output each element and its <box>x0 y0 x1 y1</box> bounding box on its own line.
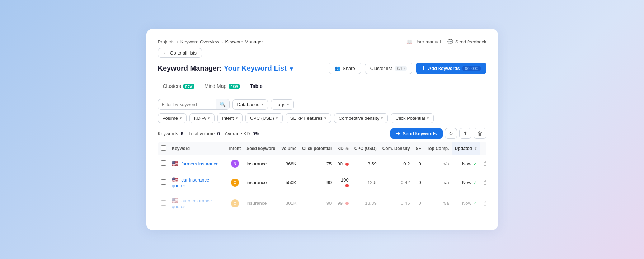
breadcrumb-manager: Keyword Manager <box>225 39 263 44</box>
row3-intent-badge: C <box>231 199 239 207</box>
th-volume: Volume <box>278 142 299 155</box>
share-icon: 👥 <box>335 66 340 71</box>
row1-topcomp: n/a <box>424 155 452 172</box>
send-keywords-button[interactable]: ➜ Send keywords <box>390 128 442 139</box>
intent-chip[interactable]: Intent ▾ <box>217 113 243 123</box>
add-keywords-button[interactable]: ⬇ Add keywords 6/2,000 <box>416 63 486 74</box>
search-input[interactable] <box>158 100 216 109</box>
row3-seed: insurance <box>244 193 278 214</box>
row2-cpc: 12.5 <box>352 172 380 193</box>
avg-kd-label: Average KD: <box>225 131 251 136</box>
th-topcomp: Top Comp. <box>424 142 452 155</box>
cluster-badge: 0/10 <box>395 66 407 71</box>
download-icon: ⬇ <box>422 66 426 71</box>
databases-chevron-icon: ▾ <box>261 102 263 107</box>
feedback-icon: 💬 <box>447 39 453 44</box>
user-manual-button[interactable]: 📖 User manual <box>406 39 441 44</box>
share-label: Share <box>343 66 355 71</box>
click-potential-chip[interactable]: Click Potential ▾ <box>391 113 433 123</box>
breadcrumb-overview[interactable]: Keyword Overview <box>180 39 219 44</box>
table-tab-label: Table <box>250 83 263 89</box>
row2-delete-icon[interactable]: 🗑 <box>483 180 486 185</box>
row3-cpc: 13.39 <box>352 193 380 214</box>
cpc-chip-chevron: ▾ <box>276 116 278 121</box>
mind-map-tab-label: Mind Map <box>205 83 226 89</box>
breadcrumb-projects[interactable]: Projects <box>158 39 175 44</box>
send-feedback-button[interactable]: 💬 Send feedback <box>447 39 486 44</box>
tags-filter-button[interactable]: Tags ▾ <box>271 99 294 110</box>
list-name[interactable]: Your Keyword List <box>224 64 287 72</box>
cpc-chip[interactable]: CPC (USD) ▾ <box>245 113 283 123</box>
table-header-row: Keyword Intent Seed keyword Volume Click… <box>158 142 486 155</box>
row2-checkbox[interactable] <box>161 179 166 185</box>
clusters-tab-label: Clusters <box>163 83 181 89</box>
cluster-list-button[interactable]: Cluster list 0/10 <box>365 63 412 74</box>
row1-kd-dot <box>345 163 349 166</box>
row2-sf: 0 <box>413 172 424 193</box>
row2-intent-badge: C <box>231 179 239 187</box>
row2-kd: 100 <box>334 172 351 193</box>
tab-table[interactable]: Table <box>245 80 268 93</box>
row1-sf: 0 <box>413 155 424 172</box>
export-button[interactable]: ⬆ <box>459 128 471 139</box>
arrow-left-icon: ← <box>163 50 168 56</box>
row1-keyword: 🇺🇸 farmers insurance <box>169 155 226 172</box>
row2-topcomp: n/a <box>424 172 452 193</box>
row3-check-icon: ✓ <box>473 201 477 206</box>
back-button-label: Go to all lists <box>170 50 197 56</box>
table-row: 🇺🇸 auto insurance quotes C insurance 301… <box>158 193 486 214</box>
row1-checkbox[interactable] <box>161 160 166 166</box>
refresh-button[interactable]: ↻ <box>445 128 457 139</box>
select-all-checkbox[interactable] <box>161 145 166 151</box>
send-feedback-label: Send feedback <box>455 39 486 44</box>
row3-checkbox[interactable] <box>161 200 166 206</box>
total-volume-value: 0 <box>217 131 220 136</box>
serp-chip[interactable]: SERP Features ▾ <box>286 113 331 123</box>
th-select-all <box>158 142 169 155</box>
intent-chip-chevron: ▾ <box>236 116 238 121</box>
tab-mind-map[interactable]: Mind Map new <box>199 80 245 93</box>
add-keywords-badge: 6/2,000 <box>462 66 481 71</box>
delete-all-button[interactable]: 🗑 <box>474 128 486 139</box>
table-row: 🇺🇸 farmers insurance N insurance 368K 75… <box>158 155 486 172</box>
tab-clusters[interactable]: Clusters new <box>158 80 199 93</box>
comp-density-chip[interactable]: Competitive density ▾ <box>334 113 388 123</box>
row1-kd-value: 90 <box>338 161 343 166</box>
keywords-table: Keyword Intent Seed keyword Volume Click… <box>158 142 486 213</box>
table-row: 🇺🇸 car insurance quotes C insurance 550K… <box>158 172 486 193</box>
row3-delete-icon[interactable]: 🗑 <box>483 201 486 206</box>
title-chevron-icon[interactable]: ▾ <box>290 66 293 72</box>
databases-filter-button[interactable]: Databases ▾ <box>232 99 268 110</box>
row3-kd-dot <box>345 202 349 205</box>
kd-chip[interactable]: KD % ▾ <box>189 113 215 123</box>
stats-text: Keywords: 6 Total volume: 0 Average KD: … <box>158 131 259 136</box>
row3-updated: Now ✓ <box>452 193 480 214</box>
row2-volume: 550K <box>278 172 299 193</box>
sort-icon: ⇕ <box>474 146 477 151</box>
row3-topcomp: n/a <box>424 193 452 214</box>
top-actions: 📖 User manual 💬 Send feedback <box>406 39 486 44</box>
back-to-lists-button[interactable]: ← Go to all lists <box>158 48 202 58</box>
row1-delete-icon[interactable]: 🗑 <box>483 161 486 166</box>
th-updated[interactable]: Updated ⇕ <box>452 142 480 155</box>
stats-row: Keywords: 6 Total volume: 0 Average KD: … <box>158 128 486 139</box>
serp-chip-label: SERP Features <box>290 116 323 121</box>
row3-sf: 0 <box>413 193 424 214</box>
row3-delete: 🗑 <box>480 193 486 214</box>
breadcrumb-sep-1: › <box>177 39 178 44</box>
th-keyword: Keyword <box>169 142 226 155</box>
row3-click: 90 <box>299 193 334 214</box>
row1-keyword-link[interactable]: farmers insurance <box>181 161 218 166</box>
row1-click: 75 <box>299 155 334 172</box>
send-arrow-icon: ➜ <box>396 131 400 136</box>
row2-density: 0.42 <box>380 172 413 193</box>
share-button[interactable]: 👥 Share <box>329 63 361 74</box>
row2-delete: 🗑 <box>480 172 486 193</box>
trash-icon: 🗑 <box>478 131 483 136</box>
row1-seed: insurance <box>244 155 278 172</box>
user-manual-label: User manual <box>414 39 441 44</box>
kd-chip-chevron: ▾ <box>208 116 210 121</box>
volume-chip[interactable]: Volume ▾ <box>158 113 187 123</box>
search-button[interactable]: 🔍 <box>216 99 229 109</box>
row3-check <box>158 193 169 214</box>
